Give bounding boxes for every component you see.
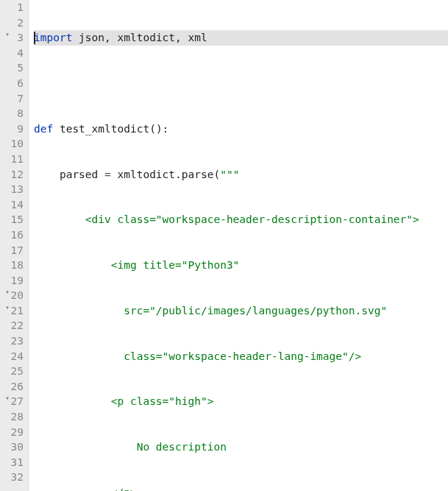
gutter: 1 2 3▾ 4 5 6 7 8 9 10 11 12 13 14 15 16 … bbox=[0, 0, 29, 491]
gutter-line: 17 bbox=[3, 243, 24, 258]
gutter-line: 23 bbox=[3, 333, 24, 349]
code-area[interactable]: import json, xmltodict, xml def test_xml… bbox=[29, 0, 448, 491]
gutter-line: 3▾ bbox=[3, 30, 24, 46]
gutter-line: 8 bbox=[3, 106, 24, 121]
code-line[interactable]: </p> bbox=[34, 485, 448, 491]
gutter-line: 31 bbox=[3, 455, 24, 470]
gutter-line: 22 bbox=[3, 318, 24, 333]
gutter-line: 18 bbox=[3, 258, 24, 273]
gutter-line: 27▾ bbox=[3, 394, 24, 409]
gutter-line: 15 bbox=[3, 212, 24, 227]
code-line[interactable]: parsed = xmltodict.parse(""" bbox=[34, 167, 448, 183]
gutter-line: 24 bbox=[3, 349, 24, 364]
code-line[interactable] bbox=[34, 76, 448, 91]
fold-icon[interactable]: ▾ bbox=[2, 304, 10, 311]
gutter-line: 6 bbox=[3, 76, 24, 91]
gutter-line: 19 bbox=[3, 273, 24, 289]
code-line[interactable]: def test_xmltodict(): bbox=[34, 121, 448, 137]
code-line[interactable]: <img title="Python3" bbox=[34, 258, 448, 273]
gutter-line: 13 bbox=[3, 182, 24, 197]
fold-icon[interactable]: ▾ bbox=[2, 31, 10, 38]
code-line[interactable]: import json, xmltodict, xml bbox=[34, 30, 448, 46]
gutter-line: 25 bbox=[3, 364, 24, 379]
gutter-line: 12 bbox=[3, 167, 24, 183]
gutter-line: 5 bbox=[3, 60, 24, 76]
gutter-line: 7 bbox=[3, 91, 24, 107]
code-line[interactable]: <p class="high"> bbox=[34, 394, 448, 409]
gutter-line: 2 bbox=[3, 15, 24, 31]
code-line[interactable]: class="workspace-header-lang-image"/> bbox=[34, 349, 448, 364]
gutter-line: 9 bbox=[3, 121, 24, 137]
gutter-line: 14 bbox=[3, 197, 24, 213]
gutter-line: 4 bbox=[3, 46, 24, 61]
gutter-line: 30 bbox=[3, 439, 24, 455]
gutter-line: 20▾ bbox=[3, 288, 24, 303]
fold-icon[interactable]: ▾ bbox=[2, 289, 10, 296]
text-cursor bbox=[34, 32, 35, 44]
gutter-line: 1 bbox=[3, 0, 24, 15]
fold-icon[interactable]: ▾ bbox=[2, 395, 10, 402]
gutter-line: 26 bbox=[3, 379, 24, 395]
gutter-line: 32 bbox=[3, 470, 24, 485]
code-editor[interactable]: 1 2 3▾ 4 5 6 7 8 9 10 11 12 13 14 15 16 … bbox=[0, 0, 448, 491]
code-line[interactable]: src="/public/images/languages/python.svg… bbox=[34, 303, 448, 319]
gutter-line: 28 bbox=[3, 409, 24, 425]
gutter-line: 16 bbox=[3, 227, 24, 243]
gutter-line: 11 bbox=[3, 152, 24, 167]
gutter-line: 21▾ bbox=[3, 303, 24, 319]
gutter-line: 29 bbox=[3, 425, 24, 440]
code-line[interactable]: No description bbox=[34, 439, 448, 455]
code-line[interactable]: <div class="workspace-header-description… bbox=[34, 212, 448, 227]
gutter-line: 10 bbox=[3, 136, 24, 152]
